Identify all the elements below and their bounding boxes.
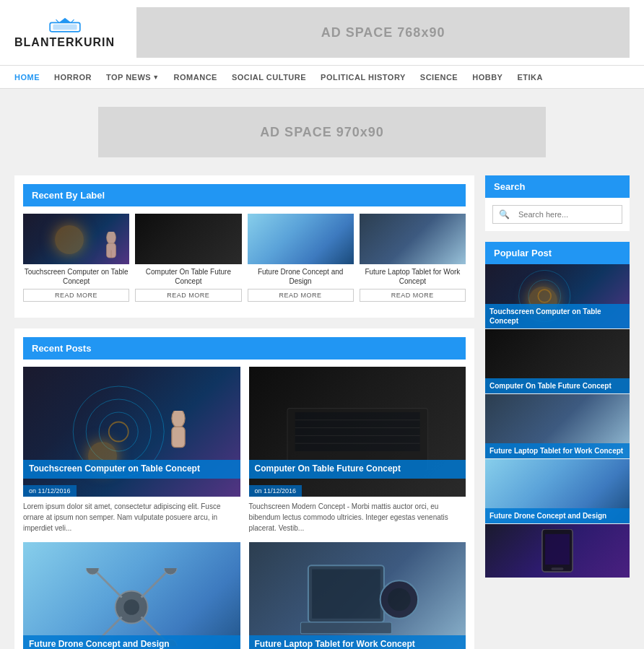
recent-by-label-section: Recent By Label Touchscreen Computer on … — [14, 175, 474, 318]
sidebar: Search 🔍 Popular Post — [485, 175, 630, 649]
pop-post-title-2: Computer On Table Future Concept — [485, 378, 630, 393]
rbl-btn-2[interactable]: READ MORE — [135, 289, 241, 302]
rbl-btn-3[interactable]: READ MORE — [248, 289, 354, 302]
nav-hobby[interactable]: HOBBY — [472, 73, 502, 82]
post-img-4[interactable]: Future Laptop Tablet for Work Concept on… — [249, 542, 466, 649]
rbl-title-4: Future Laptop Tablet for Work Concept — [360, 267, 466, 286]
post-title-2[interactable]: Computer On Table Future Concept — [249, 460, 466, 479]
nav-science[interactable]: SCIENCE — [420, 73, 458, 82]
content-area: Recent By Label Touchscreen Computer on … — [14, 175, 474, 649]
svg-point-11 — [86, 399, 151, 464]
logo-text: BLANTERKURIN — [14, 36, 115, 49]
nav-etika[interactable]: ETIKA — [517, 73, 543, 82]
search-input[interactable] — [515, 206, 622, 222]
logo[interactable]: BLANTERKURIN — [14, 17, 115, 49]
posts-grid: Touchscreen Computer on Table Concept on… — [23, 367, 466, 649]
post-excerpt-2: Touchscreen Modern Concept - Morbi matti… — [249, 501, 466, 533]
logo-icon — [47, 17, 83, 35]
nav-romance[interactable]: ROMANCE — [174, 73, 217, 82]
recent-posts-section: Recent Posts — [14, 328, 474, 649]
pop-post-4[interactable]: Future Drone Concept and Design — [485, 459, 630, 524]
recent-posts-header: Recent Posts — [23, 337, 466, 360]
dropdown-icon: ▼ — [152, 74, 159, 81]
post-img-3[interactable]: Future Drone Concept and Design on 11/12… — [23, 542, 240, 649]
post-card-4: Future Laptop Tablet for Work Concept on… — [249, 542, 466, 649]
pop-post-title-3: Future Laptop Tablet for Work Concept — [485, 443, 630, 458]
rbl-title-2: Computer On Table Future Concept — [135, 267, 241, 286]
post-card-2: Computer On Table Future Concept on 11/1… — [249, 367, 466, 533]
svg-point-5 — [107, 232, 116, 245]
svg-rect-15 — [295, 412, 419, 451]
recent-by-label-header: Recent By Label — [23, 184, 466, 206]
rbl-grid: Touchscreen Computer on Table Concept RE… — [23, 214, 466, 302]
pop-post-5[interactable] — [485, 524, 630, 578]
search-box: 🔍 — [485, 198, 630, 231]
svg-point-12 — [99, 412, 138, 451]
rbl-btn-1[interactable]: READ MORE — [23, 289, 129, 302]
svg-rect-32 — [300, 622, 391, 634]
search-icon: 🔍 — [493, 206, 515, 223]
rbl-item-2: Computer On Table Future Concept READ MO… — [135, 214, 241, 302]
main-ad-banner: AD SPACE 970x90 — [98, 107, 546, 157]
search-header: Search — [485, 175, 630, 198]
main-layout: Recent By Label Touchscreen Computer on … — [0, 175, 644, 649]
svg-marker-2 — [58, 17, 71, 22]
rbl-title-1: Touchscreen Computer on Table Concept — [23, 267, 129, 286]
post-card-1: Touchscreen Computer on Table Concept on… — [23, 367, 240, 533]
rbl-title-3: Future Drone Concept and Design — [248, 267, 354, 286]
svg-point-21 — [123, 599, 139, 615]
pop-post-3[interactable]: Future Laptop Tablet for Work Concept — [485, 394, 630, 459]
search-input-wrap: 🔍 — [492, 205, 622, 224]
nav-horror[interactable]: HORROR — [54, 73, 92, 82]
post-date-1: on 11/12/2016 — [23, 485, 77, 497]
rbl-item-4: Future Laptop Tablet for Work Concept RE… — [360, 214, 466, 302]
pop-post-title-4: Future Drone Concept and Design — [485, 508, 630, 523]
svg-rect-39 — [545, 534, 570, 565]
rbl-item-1: Touchscreen Computer on Table Concept RE… — [23, 214, 129, 302]
nav-home[interactable]: HOME — [14, 73, 40, 82]
popular-post-section: Popular Post Touchscreen Computer on Tab… — [485, 242, 630, 578]
navigation: HOME HORROR TOP NEWS ▼ ROMANCE SOCIAL CU… — [0, 66, 644, 89]
svg-point-37 — [538, 290, 551, 303]
header-ad-banner: AD SPACE 768x90 — [136, 7, 630, 58]
post-img-1[interactable]: Touchscreen Computer on Table Concept on… — [23, 367, 240, 497]
post-img-2[interactable]: Computer On Table Future Concept on 11/1… — [249, 367, 466, 497]
post-title-3[interactable]: Future Drone Concept and Design — [23, 635, 240, 649]
svg-rect-40 — [552, 568, 564, 570]
popular-post-header: Popular Post — [485, 242, 630, 264]
rbl-item-3: Future Drone Concept and Design READ MOR… — [248, 214, 354, 302]
post-excerpt-1: Lorem ipsum dolor sit amet, consectetur … — [23, 501, 240, 533]
post-title-4[interactable]: Future Laptop Tablet for Work Concept — [249, 635, 466, 649]
nav-political-history[interactable]: POLITICAL HISTORY — [321, 73, 406, 82]
pop-post-title-1: Touchscreen Computer on Table Concept — [485, 304, 630, 328]
post-title-1[interactable]: Touchscreen Computer on Table Concept — [23, 460, 240, 479]
header: BLANTERKURIN AD SPACE 768x90 — [0, 0, 644, 66]
post-card-3: Future Drone Concept and Design on 11/12… — [23, 542, 240, 649]
rbl-btn-4[interactable]: READ MORE — [360, 289, 466, 302]
svg-rect-1 — [53, 24, 77, 30]
search-section: Search 🔍 — [485, 175, 630, 231]
svg-point-34 — [388, 588, 411, 611]
svg-rect-31 — [312, 570, 380, 619]
svg-point-13 — [109, 422, 129, 442]
nav-top-news[interactable]: TOP NEWS ▼ — [106, 73, 160, 82]
nav-social-culture[interactable]: SOCIAL CULTURE — [232, 73, 306, 82]
pop-post-1[interactable]: Touchscreen Computer on Table Concept — [485, 264, 630, 329]
post-date-2: on 11/12/2016 — [249, 485, 303, 497]
pop-post-2[interactable]: Computer On Table Future Concept — [485, 329, 630, 394]
